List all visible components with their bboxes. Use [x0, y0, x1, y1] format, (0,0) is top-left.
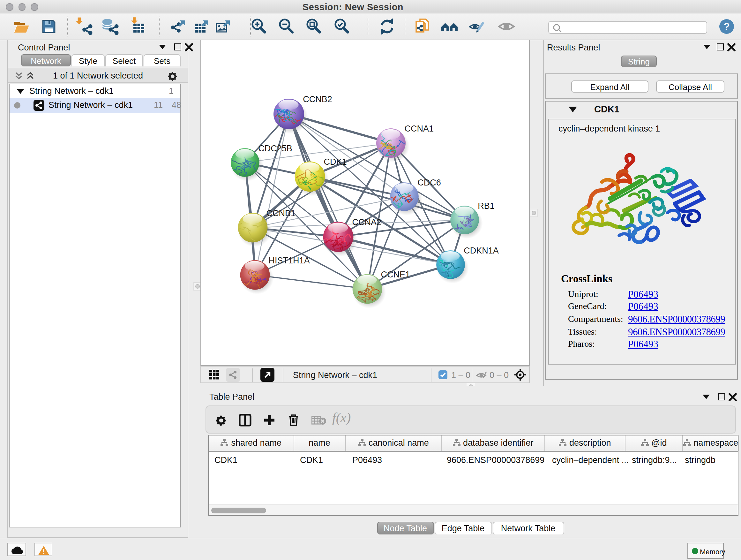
svg-text:CCNA2: CCNA2 — [352, 217, 382, 227]
svg-text:CCNB1: CCNB1 — [266, 208, 296, 218]
svg-text:CDC25B: CDC25B — [258, 143, 292, 153]
svg-text:CCNE1: CCNE1 — [381, 269, 410, 279]
svg-text:HIST1H1A: HIST1H1A — [269, 255, 310, 265]
svg-text:CCNB2: CCNB2 — [303, 94, 332, 104]
svg-text:CDK1: CDK1 — [324, 157, 347, 166]
svg-text:RB1: RB1 — [478, 201, 495, 210]
svg-text:CDKN1A: CDKN1A — [464, 246, 499, 255]
svg-text:CCNA1: CCNA1 — [404, 124, 434, 133]
svg-text:CDC6: CDC6 — [417, 178, 441, 187]
